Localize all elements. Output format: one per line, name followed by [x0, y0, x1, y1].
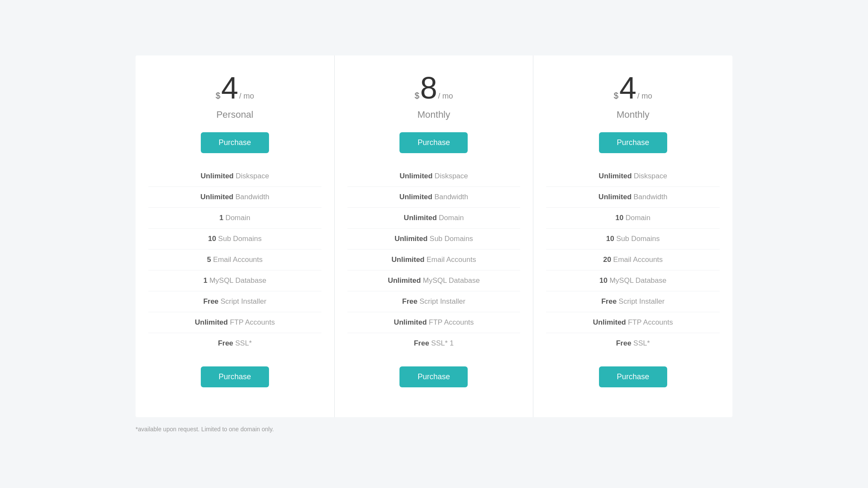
- price-dollar-monthly-unlimited: $: [414, 91, 419, 101]
- feature-highlight-monthly-standard-8: Free: [616, 339, 631, 347]
- price-line-monthly-standard: $4/ mo: [614, 73, 652, 103]
- price-amount-monthly-standard: 4: [619, 73, 637, 103]
- feature-highlight-monthly-unlimited-7: Unlimited: [394, 318, 427, 326]
- purchase-btn-top-monthly-standard[interactable]: Purchase: [599, 132, 667, 153]
- feature-highlight-personal-8: Free: [218, 339, 233, 347]
- features-list-monthly-standard: Unlimited DiskspaceUnlimited Bandwidth10…: [546, 166, 720, 354]
- feature-item-monthly-unlimited-3: Unlimited Sub Domains: [347, 229, 521, 250]
- feature-highlight-personal-6: Free: [203, 297, 219, 305]
- plan-name-personal: Personal: [216, 109, 253, 120]
- plan-name-monthly-unlimited: Monthly: [417, 109, 450, 120]
- feature-highlight-monthly-standard-3: 10: [606, 235, 614, 243]
- purchase-btn-top-personal[interactable]: Purchase: [201, 132, 269, 153]
- price-period-personal: / mo: [239, 92, 254, 101]
- feature-item-monthly-standard-0: Unlimited Diskspace: [546, 166, 720, 187]
- feature-highlight-personal-0: Unlimited: [201, 172, 234, 180]
- feature-highlight-monthly-standard-6: Free: [601, 297, 616, 305]
- feature-item-personal-3: 10 Sub Domains: [148, 229, 321, 250]
- feature-highlight-monthly-standard-5: 10: [599, 276, 608, 285]
- feature-highlight-monthly-unlimited-0: Unlimited: [399, 172, 432, 180]
- feature-highlight-monthly-standard-2: 10: [616, 214, 624, 222]
- price-dollar-personal: $: [216, 91, 220, 101]
- feature-highlight-monthly-unlimited-1: Unlimited: [399, 193, 432, 201]
- feature-item-personal-0: Unlimited Diskspace: [148, 166, 321, 187]
- feature-item-monthly-standard-7: Unlimited FTP Accounts: [546, 312, 720, 333]
- price-period-monthly-unlimited: / mo: [438, 92, 453, 101]
- feature-item-monthly-standard-3: 10 Sub Domains: [546, 229, 720, 250]
- feature-highlight-monthly-standard-7: Unlimited: [593, 318, 626, 326]
- feature-item-personal-4: 5 Email Accounts: [148, 250, 321, 270]
- feature-highlight-personal-7: Unlimited: [195, 318, 228, 326]
- footnote: *available upon request. Limited to one …: [136, 426, 732, 433]
- plan-name-monthly-standard: Monthly: [616, 109, 649, 120]
- feature-highlight-personal-5: 1: [203, 276, 207, 285]
- features-list-personal: Unlimited DiskspaceUnlimited Bandwidth1 …: [148, 166, 321, 354]
- feature-item-monthly-unlimited-0: Unlimited Diskspace: [347, 166, 521, 187]
- price-header-monthly-unlimited: $8/ mo: [414, 73, 453, 103]
- price-period-monthly-standard: / mo: [637, 92, 652, 101]
- feature-item-personal-5: 1 MySQL Database: [148, 270, 321, 291]
- feature-item-personal-1: Unlimited Bandwidth: [148, 187, 321, 208]
- feature-item-monthly-standard-8: Free SSL*: [546, 333, 720, 354]
- feature-highlight-monthly-unlimited-2: Unlimited: [404, 214, 437, 222]
- feature-item-monthly-unlimited-6: Free Script Installer: [347, 291, 521, 312]
- pricing-col-personal: $4/ moPersonalPurchaseUnlimited Diskspac…: [136, 55, 335, 417]
- price-amount-monthly-unlimited: 8: [420, 73, 437, 103]
- pricing-grid: $4/ moPersonalPurchaseUnlimited Diskspac…: [136, 55, 732, 417]
- feature-item-personal-6: Free Script Installer: [148, 291, 321, 312]
- feature-item-monthly-unlimited-5: Unlimited MySQL Database: [347, 270, 521, 291]
- price-line-monthly-unlimited: $8/ mo: [414, 73, 453, 103]
- feature-item-monthly-standard-4: 20 Email Accounts: [546, 250, 720, 270]
- feature-item-monthly-unlimited-4: Unlimited Email Accounts: [347, 250, 521, 270]
- feature-highlight-monthly-unlimited-8: Free: [414, 339, 429, 347]
- feature-item-personal-7: Unlimited FTP Accounts: [148, 312, 321, 333]
- pricing-wrapper: $4/ moPersonalPurchaseUnlimited Diskspac…: [136, 55, 732, 433]
- feature-highlight-monthly-unlimited-4: Unlimited: [391, 256, 424, 264]
- feature-highlight-monthly-standard-4: 20: [603, 256, 611, 264]
- feature-highlight-monthly-standard-0: Unlimited: [599, 172, 631, 180]
- feature-highlight-monthly-unlimited-6: Free: [402, 297, 417, 305]
- feature-item-personal-2: 1 Domain: [148, 208, 321, 229]
- feature-item-monthly-unlimited-1: Unlimited Bandwidth: [347, 187, 521, 208]
- feature-highlight-monthly-standard-1: Unlimited: [599, 193, 631, 201]
- feature-item-monthly-standard-5: 10 MySQL Database: [546, 270, 720, 291]
- price-line-personal: $4/ mo: [216, 73, 254, 103]
- feature-item-monthly-unlimited-7: Unlimited FTP Accounts: [347, 312, 521, 333]
- features-list-monthly-unlimited: Unlimited DiskspaceUnlimited BandwidthUn…: [347, 166, 521, 354]
- purchase-btn-bottom-personal[interactable]: Purchase: [201, 366, 269, 387]
- purchase-btn-bottom-monthly-standard[interactable]: Purchase: [599, 366, 667, 387]
- pricing-col-monthly-unlimited: $8/ moMonthlyPurchaseUnlimited Diskspace…: [335, 55, 534, 417]
- feature-highlight-monthly-unlimited-5: Unlimited: [388, 276, 421, 285]
- price-dollar-monthly-standard: $: [614, 91, 619, 101]
- price-header-personal: $4/ mo: [216, 73, 254, 103]
- purchase-btn-top-monthly-unlimited[interactable]: Purchase: [399, 132, 468, 153]
- feature-highlight-personal-3: 10: [208, 235, 216, 243]
- feature-item-monthly-unlimited-2: Unlimited Domain: [347, 208, 521, 229]
- feature-highlight-personal-1: Unlimited: [200, 193, 233, 201]
- feature-item-monthly-standard-6: Free Script Installer: [546, 291, 720, 312]
- feature-item-personal-8: Free SSL*: [148, 333, 321, 354]
- feature-highlight-personal-4: 5: [207, 256, 211, 264]
- purchase-btn-bottom-monthly-unlimited[interactable]: Purchase: [399, 366, 468, 387]
- feature-item-monthly-standard-1: Unlimited Bandwidth: [546, 187, 720, 208]
- feature-highlight-monthly-unlimited-3: Unlimited: [394, 235, 427, 243]
- price-header-monthly-standard: $4/ mo: [614, 73, 652, 103]
- pricing-col-monthly-standard: $4/ moMonthlyPurchaseUnlimited Diskspace…: [533, 55, 732, 417]
- feature-item-monthly-standard-2: 10 Domain: [546, 208, 720, 229]
- feature-highlight-personal-2: 1: [219, 214, 223, 222]
- price-amount-personal: 4: [221, 73, 238, 103]
- feature-item-monthly-unlimited-8: Free SSL* 1: [347, 333, 521, 354]
